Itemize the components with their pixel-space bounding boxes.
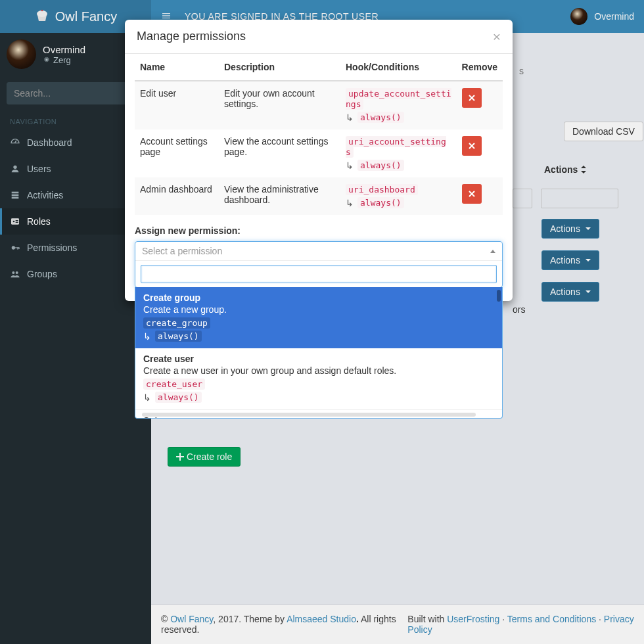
perm-description: View the account settings page. xyxy=(219,129,340,177)
perm-hook: update_account_settings↳always() xyxy=(340,81,457,129)
modal-title: Manage permissions xyxy=(137,30,246,43)
permission-search-input[interactable] xyxy=(141,265,497,283)
modal-close-button[interactable]: × xyxy=(493,30,501,43)
permissions-table: Name Description Hook/Conditions Remove … xyxy=(135,54,503,215)
permission-select[interactable]: Select a permission Create groupCreate a… xyxy=(135,241,503,288)
manage-permissions-modal: Manage permissions × Name Description Ho… xyxy=(125,20,513,301)
col-hook: Hook/Conditions xyxy=(340,54,457,81)
remove-permission-button[interactable] xyxy=(462,184,482,204)
perm-hook: uri_dashboard↳always() xyxy=(340,177,457,215)
close-icon xyxy=(469,191,475,197)
close-icon xyxy=(469,143,475,149)
arrow-return-icon: ↳ xyxy=(346,198,354,208)
option-title: Create group xyxy=(143,292,494,303)
option-title: Create user xyxy=(143,354,494,364)
close-icon xyxy=(469,95,475,101)
perm-hook: uri_account_settings↳always() xyxy=(340,129,457,177)
permission-dropdown: Create groupCreate a new group.create_gr… xyxy=(135,287,503,419)
perm-name: Edit user xyxy=(135,81,219,129)
arrow-return-icon: ↳ xyxy=(346,160,354,171)
assign-permission-label: Assign new permission: xyxy=(125,215,513,241)
scrollbar-thumb[interactable] xyxy=(497,290,501,302)
select-placeholder: Select a permission xyxy=(142,246,222,256)
permission-row: Account settings pageView the account se… xyxy=(135,129,503,177)
perm-description: View the administrative dashboard. xyxy=(219,177,340,215)
option-hook: create_group xyxy=(143,317,210,329)
option-hook: create_user xyxy=(143,379,205,390)
option-description: Create a new user in your own group and … xyxy=(143,365,494,376)
perm-description: Edit your own account settings. xyxy=(219,81,340,129)
arrow-return-icon: ↳ xyxy=(346,112,354,123)
scrollbar-track xyxy=(142,413,476,417)
arrow-return-icon: ↳ xyxy=(143,331,151,342)
col-description: Description xyxy=(219,54,340,81)
option-description: Create a new group. xyxy=(143,304,494,315)
permission-row: Edit userEdit your own account settings.… xyxy=(135,81,503,129)
perm-name: Account settings page xyxy=(135,129,219,177)
permission-row: Admin dashboardView the administrative d… xyxy=(135,177,503,215)
permission-option[interactable]: Create userCreate a new user in your own… xyxy=(135,348,502,409)
arrow-return-icon: ↳ xyxy=(143,392,151,403)
remove-permission-button[interactable] xyxy=(462,136,482,156)
perm-name: Admin dashboard xyxy=(135,177,219,215)
option-condition: always() xyxy=(155,392,202,403)
col-name: Name xyxy=(135,54,219,81)
permission-option[interactable]: Create groupCreate a new group.create_gr… xyxy=(135,287,502,348)
remove-permission-button[interactable] xyxy=(462,88,482,108)
col-remove: Remove xyxy=(457,54,503,81)
chevron-up-icon xyxy=(490,250,495,253)
option-condition: always() xyxy=(155,331,202,342)
